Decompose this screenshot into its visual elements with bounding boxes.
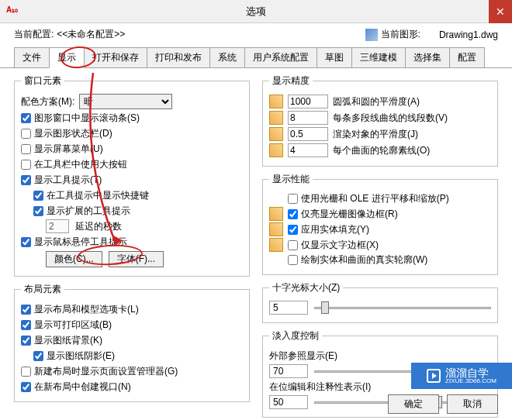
tab-7[interactable]: 三维建模 <box>351 47 406 67</box>
extended-tip-checkbox[interactable] <box>33 206 43 216</box>
scrollbars-label: 图形窗口中显示滚动条(S) <box>34 112 140 125</box>
tab-1[interactable]: 显示 <box>49 47 85 68</box>
arc-smooth-input[interactable] <box>288 95 328 108</box>
group-legend: 淡入度控制 <box>269 329 322 343</box>
window-elements-group: 窗口元素 配色方案(M): 暗 图形窗口中显示滚动条(S) 显示图形状态栏(D)… <box>14 74 250 277</box>
fonts-button[interactable]: 字体(F)... <box>109 251 164 267</box>
printable-area-checkbox[interactable] <box>21 320 31 330</box>
surface-contour-label: 每个曲面的轮廓素线(O) <box>333 144 430 157</box>
tab-0[interactable]: 文件 <box>14 47 50 67</box>
display-accuracy-group: 显示精度 圆弧和圆的平滑度(A) 每条多段线曲线的线段数(V) 渲染对象的平滑度… <box>262 74 498 167</box>
statusbar-label: 显示图形状态栏(D) <box>34 127 112 140</box>
scrollbars-checkbox[interactable] <box>21 113 31 123</box>
accuracy-icon <box>269 143 283 157</box>
extended-tip-label: 显示扩展的工具提示 <box>47 205 130 218</box>
app-icon: A₁₀ <box>6 5 19 18</box>
current-profile-value: <<未命名配置>> <box>57 28 125 41</box>
colors-button[interactable]: 颜色(C)... <box>46 251 102 267</box>
delay-label: 延迟的秒数 <box>75 220 122 233</box>
true-sil-checkbox[interactable] <box>288 255 298 265</box>
create-viewport-checkbox[interactable] <box>21 382 31 392</box>
tab-9[interactable]: 配置 <box>449 47 485 67</box>
surface-contour-input[interactable] <box>288 143 328 157</box>
tab-6[interactable]: 草图 <box>317 47 352 67</box>
rollover-label: 显示鼠标悬停工具提示 <box>34 236 127 249</box>
current-drawing-label: 当前图形: <box>381 28 420 41</box>
inplace-label: 在位编辑和注释性表示(I) <box>269 380 371 394</box>
screenmenu-checkbox[interactable] <box>21 144 31 154</box>
close-button[interactable]: ✕ <box>489 0 512 23</box>
highlight-raster-checkbox[interactable] <box>288 209 298 219</box>
solid-fill-label: 应用实体填充(Y) <box>301 223 369 236</box>
paper-shadow-label: 显示图纸阴影(E) <box>47 349 115 363</box>
shortcut-checkbox[interactable] <box>33 191 43 201</box>
display-performance-group: 显示性能 使用光栅和 OLE 进行平移和缩放(P) 仅亮显光栅图像边框(R) 应… <box>262 173 498 275</box>
paper-bg-label: 显示图纸背景(K) <box>34 334 102 347</box>
highlight-raster-label: 仅亮显光栅图像边框(R) <box>301 208 398 221</box>
tab-2[interactable]: 打开和保存 <box>84 47 147 67</box>
crosshair-group: 十字光标大小(Z) 5 <box>262 281 498 323</box>
layout-elements-group: 布局元素 显示布局和模型选项卡(L) 显示可打印区域(B) 显示图纸背景(K) … <box>14 283 250 402</box>
tab-3[interactable]: 打印和发布 <box>147 47 210 67</box>
paper-shadow-checkbox[interactable] <box>33 351 43 361</box>
xref-value[interactable]: 70 <box>269 364 308 378</box>
tab-8[interactable]: 选择集 <box>405 47 450 67</box>
printable-area-label: 显示可打印区域(B) <box>34 318 112 332</box>
colorscheme-select[interactable]: 暗 <box>79 94 172 109</box>
play-icon <box>427 369 441 383</box>
page-setup-checkbox[interactable] <box>21 367 31 377</box>
group-legend: 显示精度 <box>269 74 313 88</box>
tab-4[interactable]: 系统 <box>209 47 245 67</box>
text-frame-label: 仅显示文字边框(X) <box>301 239 379 252</box>
tab-5[interactable]: 用户系统配置 <box>244 47 317 67</box>
tooltips-label: 显示工具提示(T) <box>34 174 102 187</box>
largebuttons-label: 在工具栏中使用大按钮 <box>34 158 127 171</box>
crosshair-slider[interactable] <box>314 301 491 315</box>
drawing-icon <box>365 29 378 41</box>
colorscheme-label: 配色方案(M): <box>21 95 74 108</box>
create-viewport-label: 在新布局中创建视口(N) <box>34 380 131 394</box>
arc-smooth-label: 圆弧和圆的平滑度(A) <box>333 95 420 108</box>
polyline-seg-label: 每条多段线曲线的线段数(V) <box>333 112 448 125</box>
statusbar-checkbox[interactable] <box>21 129 31 139</box>
show-tabs-label: 显示布局和模型选项卡(L) <box>34 303 139 316</box>
perf-icon <box>269 238 283 252</box>
current-drawing-value: Drawing1.dwg <box>439 29 498 40</box>
pan-zoom-label: 使用光栅和 OLE 进行平移和缩放(P) <box>301 192 449 205</box>
render-smooth-input[interactable] <box>288 127 328 141</box>
true-sil-label: 绘制实体和曲面的真实轮廓(W) <box>301 253 427 267</box>
accuracy-icon <box>269 95 283 108</box>
pan-zoom-checkbox[interactable] <box>288 194 298 204</box>
perf-icon <box>269 207 283 221</box>
rollover-checkbox[interactable] <box>21 237 31 247</box>
crosshair-value[interactable]: 5 <box>269 301 308 315</box>
render-smooth-label: 渲染对象的平滑度(J) <box>333 128 418 141</box>
largebuttons-checkbox[interactable] <box>21 160 31 170</box>
accuracy-icon <box>269 127 283 141</box>
shortcut-label: 在工具提示中显示快捷键 <box>47 189 149 202</box>
perf-icon <box>269 222 283 236</box>
text-frame-checkbox[interactable] <box>288 240 298 250</box>
paper-bg-checkbox[interactable] <box>21 336 31 346</box>
group-legend: 十字光标大小(Z) <box>269 281 343 294</box>
solid-fill-checkbox[interactable] <box>288 225 298 235</box>
accuracy-icon <box>269 111 283 125</box>
tooltips-checkbox[interactable] <box>21 175 31 185</box>
show-tabs-checkbox[interactable] <box>21 305 31 315</box>
group-legend: 显示性能 <box>269 173 313 186</box>
polyline-seg-input[interactable] <box>288 111 328 125</box>
inplace-value[interactable]: 50 <box>269 395 308 409</box>
group-legend: 布局元素 <box>21 283 64 296</box>
delay-input[interactable] <box>46 219 69 233</box>
cancel-button[interactable]: 取消 <box>447 394 498 414</box>
window-title: 选项 <box>246 5 266 19</box>
tab-bar: 文件显示打开和保存打印和发布系统用户系统配置草图三维建模选择集配置 <box>0 47 512 68</box>
page-setup-label: 新建布局时显示页面设置管理器(G) <box>34 365 178 378</box>
current-profile-label: 当前配置: <box>14 28 54 41</box>
ok-button[interactable]: 确定 <box>388 394 439 414</box>
group-legend: 窗口元素 <box>21 74 64 88</box>
screenmenu-label: 显示屏幕菜单(U) <box>34 143 103 156</box>
watermark-logo: 溜溜自学 ZIXUE.3D66.COM <box>411 363 512 389</box>
xref-label: 外部参照显示(E) <box>269 349 337 363</box>
